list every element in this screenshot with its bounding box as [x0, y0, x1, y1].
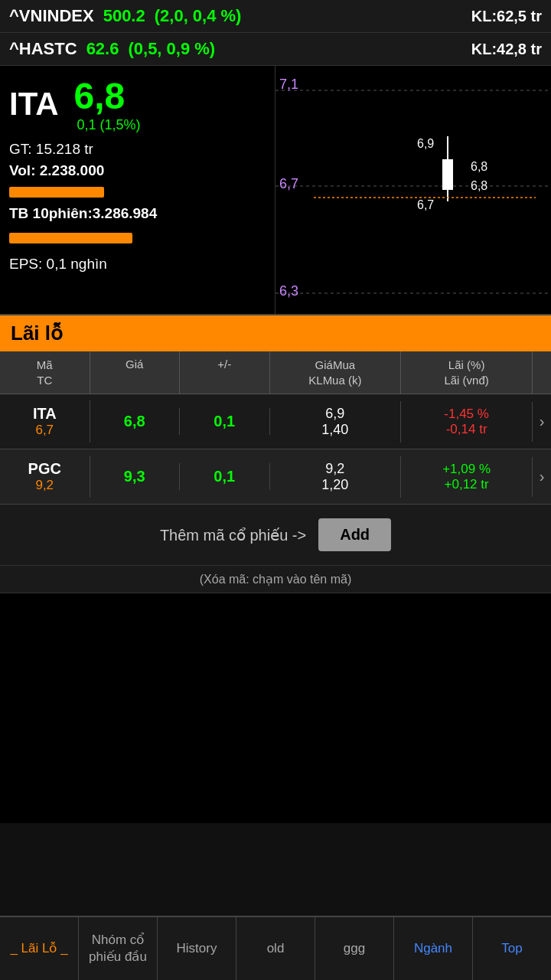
- table-row[interactable]: ITA 6,7 6,8 0,1 6,9 1,40 -1,45 % -0,14 t…: [0, 394, 551, 449]
- table-header: Mã TC Giá +/- GiáMua KLMua (k) Lãi (%) L…: [0, 351, 551, 394]
- ticker-price: 6,8: [74, 76, 126, 116]
- indices-bar: ^VNINDEX 500.2 (2,0, 0,4 %) KL:62,5 tr ^…: [0, 0, 551, 66]
- pgc-buy-kl: 1,20: [321, 477, 348, 493]
- td-buy-ita: 6,9 1,40: [270, 401, 402, 443]
- add-stock-row: Thêm mã cổ phiếu -> Add: [0, 505, 551, 566]
- pgc-buy-price: 9,2: [325, 461, 344, 477]
- stock-panel: ITA 6,8 0,1 (1,5%) GT: 15.218 tr Vol: 2.…: [0, 66, 551, 315]
- svg-text:6,9: 6,9: [417, 137, 434, 150]
- td-code-ita: ITA 6,7: [0, 400, 90, 443]
- pgc-arrow[interactable]: ›: [533, 468, 551, 485]
- lailo-banner: Lãi lỗ: [0, 315, 551, 351]
- add-label: Thêm mã cổ phiếu ->: [160, 526, 306, 544]
- td-change-pgc: 0,1: [180, 463, 270, 490]
- th-arrow: [533, 351, 551, 394]
- stock-tb: TB 10phiên:3.286.984: [9, 205, 266, 222]
- vol-bar: [9, 187, 104, 198]
- pgc-change: 0,1: [214, 468, 235, 485]
- td-change-ita: 0,1: [180, 408, 270, 435]
- svg-text:6,7: 6,7: [417, 198, 434, 211]
- stock-gt: GT: 15.218 tr: [9, 141, 266, 158]
- ita-buy-price: 6,9: [325, 406, 344, 422]
- svg-text:6,7: 6,7: [279, 176, 298, 191]
- th-code: Mã TC: [0, 351, 90, 394]
- vol-bar-container: [9, 187, 266, 198]
- svg-text:6,8: 6,8: [471, 160, 487, 173]
- hastc-row: ^HASTC 62.6 (0,5, 0,9 %) KL:42,8 tr: [0, 33, 551, 66]
- add-button[interactable]: Add: [318, 518, 391, 551]
- table-row[interactable]: PGC 9,2 9,3 0,1 9,2 1,20 +1,09 % +0,12 t…: [0, 449, 551, 505]
- empty-area: [0, 593, 551, 823]
- pgc-lai-vnd: +0,12 tr: [445, 477, 489, 492]
- td-code-pgc: PGC 9,2: [0, 456, 90, 498]
- delete-hint: (Xóa mã: chạm vào tên mã): [0, 566, 551, 593]
- vnindex-kl: KL:62,5 tr: [471, 8, 542, 25]
- vnindex-name: ^VNINDEX: [9, 6, 94, 26]
- bottom-nav: _ Lãi Lỗ _ Nhóm cổ phiếu đầu History old…: [0, 916, 551, 980]
- hastc-kl: KL:42,8 tr: [471, 41, 542, 58]
- pgc-code: PGC: [28, 460, 61, 478]
- td-lai-pgc: +1,09 % +0,12 tr: [401, 457, 533, 497]
- svg-text:7,1: 7,1: [279, 77, 298, 92]
- hastc-change: (0,5, 0,9 %): [128, 39, 215, 59]
- stock-chart: 7,1 6,7 6,3 6,9 6,8 6,8 6,7: [276, 66, 551, 314]
- td-price-pgc: 9,3: [90, 463, 181, 490]
- nav-top[interactable]: Top: [473, 917, 551, 980]
- stock-eps: EPS: 0,1 nghìn: [9, 256, 266, 273]
- ita-price: 6,8: [124, 413, 145, 430]
- tb-bar: [9, 233, 132, 243]
- nav-history[interactable]: History: [158, 917, 236, 980]
- ita-ref: 6,7: [35, 423, 54, 438]
- stock-vol: Vol: 2.238.000: [9, 162, 266, 179]
- vnindex-change: (2,0, 0,4 %): [155, 6, 242, 26]
- ita-lai-pct: -1,45 %: [444, 407, 489, 422]
- td-buy-pgc: 9,2 1,20: [270, 456, 402, 498]
- td-price-ita: 6,8: [90, 408, 181, 435]
- stock-ticker: ITA 6,8 0,1 (1,5%): [9, 75, 266, 133]
- vnindex-row: ^VNINDEX 500.2 (2,0, 0,4 %) KL:62,5 tr: [0, 0, 551, 33]
- nav-old[interactable]: old: [236, 917, 315, 980]
- th-price: Giá: [90, 351, 181, 394]
- ticker-symbol: ITA: [9, 86, 59, 122]
- ita-buy-kl: 1,40: [321, 422, 348, 438]
- pgc-price: 9,3: [124, 468, 145, 485]
- th-change: +/-: [180, 351, 270, 394]
- ita-code: ITA: [33, 405, 57, 423]
- chart-svg: 7,1 6,7 6,3 6,9 6,8 6,8 6,7: [276, 66, 551, 314]
- ita-change: 0,1: [214, 413, 235, 430]
- nav-nhom[interactable]: Nhóm cổ phiếu đầu: [79, 917, 158, 980]
- pgc-lai-pct: +1,09 %: [442, 462, 491, 477]
- vnindex-value: 500.2: [103, 6, 145, 26]
- hastc-name: ^HASTC: [9, 39, 77, 59]
- pgc-ref: 9,2: [35, 478, 54, 493]
- svg-text:6,8: 6,8: [471, 179, 487, 192]
- svg-rect-0: [276, 67, 551, 312]
- ita-lai-vnd: -0,14 tr: [446, 422, 487, 437]
- th-buy: GiáMua KLMua (k): [270, 351, 402, 394]
- nav-nganh[interactable]: Ngành: [394, 917, 473, 980]
- nav-lailo[interactable]: _ Lãi Lỗ _: [0, 917, 79, 980]
- hastc-value: 62.6: [86, 39, 119, 59]
- td-lai-ita: -1,45 % -0,14 tr: [401, 402, 533, 442]
- stock-left: ITA 6,8 0,1 (1,5%) GT: 15.218 tr Vol: 2.…: [0, 66, 276, 314]
- nav-ggg[interactable]: ggg: [315, 917, 394, 980]
- svg-text:6,3: 6,3: [279, 283, 298, 299]
- tb-bar-container: [9, 230, 266, 243]
- th-lai: Lãi (%) Lãi (vnđ): [401, 351, 533, 394]
- ticker-change: 0,1 (1,5%): [77, 117, 141, 133]
- svg-rect-9: [442, 159, 453, 190]
- ita-arrow[interactable]: ›: [533, 413, 551, 430]
